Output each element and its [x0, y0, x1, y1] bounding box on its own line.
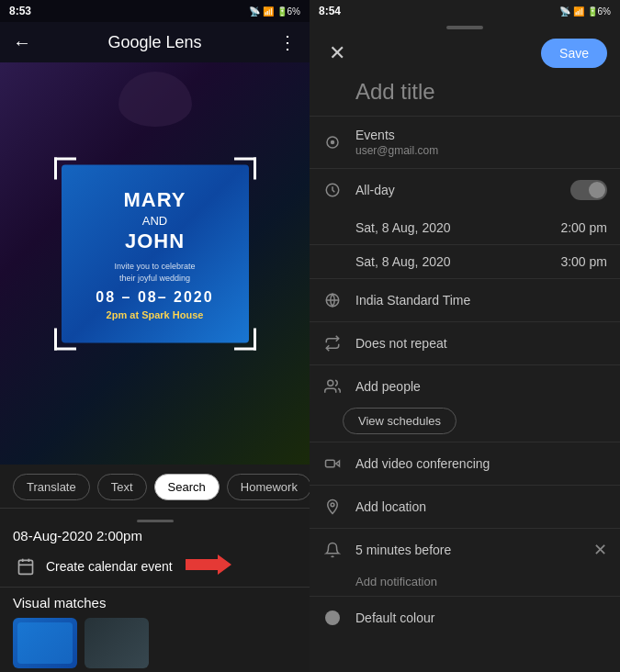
start-time: 2:00 pm — [560, 220, 607, 235]
color-circle — [325, 610, 340, 625]
swipe-indicator — [310, 22, 620, 31]
calendar-email: user@gmail.com — [355, 144, 607, 157]
status-bar-left: 8:53 📡 📶 🔋6% — [0, 0, 310, 22]
view-schedules-button[interactable]: View schedules — [343, 408, 457, 434]
bell-icon — [322, 540, 343, 560]
allday-row: All-day — [310, 168, 620, 211]
location-icon — [322, 497, 343, 517]
create-event-label: Create calendar event — [46, 559, 173, 574]
calendar-content: Events user@gmail.com — [355, 128, 607, 157]
repeat-label: Does not repeat — [355, 336, 447, 351]
end-time: 3:00 pm — [560, 254, 607, 269]
camera-view: MARY AND JOHN Invite you to celebrate th… — [0, 62, 310, 465]
signal-icons-right: 📡 📶 🔋6% — [559, 6, 611, 17]
wedding-date: 08 – 08– 2020 — [96, 289, 213, 306]
event-form: Events user@gmail.com All-day Sat, 8 Aug… — [310, 116, 620, 672]
notification-label: 5 minutes before — [355, 543, 451, 557]
calendar-row[interactable]: Events user@gmail.com — [310, 116, 620, 168]
match-thumb-inner-1 — [17, 622, 73, 664]
groom-name: JOHN — [125, 229, 185, 252]
allday-label: All-day — [355, 183, 395, 197]
divider-line — [137, 520, 174, 522]
close-button[interactable]: ✕ — [322, 41, 352, 65]
app-title: Google Lens — [107, 33, 201, 52]
right-panel: 8:54 📡 📶 🔋6% ✕ Save Add title Events use… — [310, 0, 620, 672]
timezone-label: India Standard Time — [355, 293, 470, 308]
location-label: Add location — [355, 499, 426, 514]
detected-info: 08-Aug-2020 2:00pm — [0, 508, 310, 548]
notification-row[interactable]: 5 minutes before ✕ — [310, 528, 620, 571]
status-icons-right: 📡 📶 🔋6% — [559, 6, 611, 17]
svg-rect-11 — [326, 460, 335, 467]
svg-rect-0 — [19, 560, 33, 574]
tab-translate[interactable]: Translate — [13, 474, 90, 500]
top-bar: ← Google Lens ⋮ — [0, 22, 310, 62]
timezone-row[interactable]: India Standard Time — [310, 278, 620, 321]
detected-date: 08-Aug-2020 2:00pm — [13, 528, 142, 543]
clock-icon — [322, 180, 343, 200]
invite-text: Invite you to celebrate their joyful wed… — [114, 261, 195, 284]
svg-point-6 — [331, 140, 335, 145]
more-button[interactable]: ⋮ — [278, 31, 297, 53]
back-button[interactable]: ← — [13, 32, 31, 53]
bottom-area: Translate Text Search Homework Shopping … — [0, 465, 310, 672]
time-left: 8:53 — [9, 5, 31, 17]
match-thumb-1[interactable] — [13, 618, 77, 668]
toggle-knob — [589, 182, 605, 198]
time-right: 8:54 — [319, 5, 341, 17]
status-icons-left: 📡 📶 🔋6% — [249, 6, 300, 17]
red-arrow-icon — [186, 554, 231, 578]
allday-toggle[interactable] — [570, 180, 607, 200]
video-label: Add video conferencing — [355, 456, 490, 471]
location-row[interactable]: Add location — [310, 485, 620, 528]
venue-text: 2pm at Spark House — [107, 309, 204, 320]
svg-point-10 — [328, 380, 333, 386]
start-date: Sat, 8 Aug, 2020 — [355, 220, 451, 235]
calendar-icon — [13, 554, 39, 579]
visual-matches-title: Visual matches — [13, 595, 297, 610]
signal-icons-left: 📡 📶 🔋6% — [249, 6, 300, 17]
repeat-row[interactable]: Does not repeat — [310, 321, 620, 364]
svg-marker-4 — [186, 554, 231, 575]
matches-row — [13, 618, 297, 668]
video-icon — [322, 454, 343, 474]
swipe-bar — [446, 26, 483, 29]
date-row-2[interactable]: Sat, 8 Aug, 2020 3:00 pm — [310, 244, 620, 278]
status-bar-right: 8:54 📡 📶 🔋6% — [310, 0, 620, 22]
globe-icon — [322, 290, 343, 310]
scan-frame: MARY AND JOHN Invite you to celebrate th… — [54, 158, 256, 351]
and-text: AND — [142, 213, 167, 227]
tab-search[interactable]: Search — [154, 474, 220, 500]
left-panel: 8:53 📡 📶 🔋6% ← Google Lens ⋮ MARY AND JO… — [0, 0, 310, 672]
save-button[interactable]: Save — [541, 39, 607, 68]
tabs-row: Translate Text Search Homework Shopping — [0, 465, 310, 508]
tab-homework[interactable]: Homework — [227, 474, 310, 500]
venue-highlight: at Spark House — [130, 309, 203, 320]
calendar-name: Events — [355, 128, 607, 142]
add-title-placeholder[interactable]: Add title — [310, 72, 620, 116]
people-icon — [322, 376, 343, 397]
add-notification[interactable]: Add notification — [310, 571, 620, 596]
bride-name: MARY — [124, 187, 186, 211]
notification-close-button[interactable]: ✕ — [593, 540, 607, 560]
tab-text[interactable]: Text — [97, 474, 147, 500]
default-color-row[interactable]: Default colour — [310, 596, 620, 639]
event-header: ✕ Save — [310, 31, 620, 72]
create-event-row[interactable]: Create calendar event — [0, 548, 310, 587]
calendar-form-icon — [322, 132, 343, 152]
video-row[interactable]: Add video conferencing — [310, 442, 620, 485]
add-people-row[interactable]: Add people — [310, 364, 620, 408]
color-label: Default colour — [355, 610, 434, 625]
color-icon — [322, 608, 343, 628]
date-row-1[interactable]: Sat, 8 Aug, 2020 2:00 pm — [310, 211, 620, 244]
match-thumb-2[interactable] — [85, 618, 149, 668]
wedding-card: MARY AND JOHN Invite you to celebrate th… — [62, 165, 249, 343]
visual-matches-section: Visual matches — [0, 587, 310, 672]
repeat-icon — [322, 333, 343, 353]
add-people-label: Add people — [355, 379, 421, 394]
svg-point-12 — [331, 503, 334, 507]
leaf-decor — [118, 72, 192, 127]
end-date: Sat, 8 Aug, 2020 — [355, 254, 451, 269]
